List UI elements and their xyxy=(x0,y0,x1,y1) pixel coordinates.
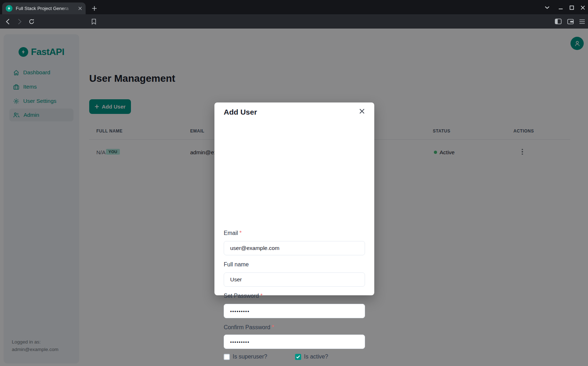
set-password-field[interactable] xyxy=(224,304,365,318)
fullname-field[interactable] xyxy=(224,272,365,287)
is-active-option: Is active? xyxy=(295,354,328,360)
forward-button[interactable] xyxy=(15,17,24,25)
reload-button[interactable] xyxy=(27,17,36,25)
fastapi-favicon-icon xyxy=(6,5,12,12)
tab-close-icon[interactable] xyxy=(78,6,82,10)
close-icon xyxy=(359,109,365,114)
window-maximize-button[interactable] xyxy=(567,4,576,11)
tab-strip: Full Stack Project Genera xyxy=(0,0,588,14)
required-asterisk: * xyxy=(239,230,242,236)
sidebar-toggle-icon[interactable] xyxy=(554,17,562,25)
wallet-icon[interactable] xyxy=(566,17,575,25)
fullname-label: Full name xyxy=(224,261,249,268)
back-button[interactable] xyxy=(3,17,12,25)
email-field[interactable] xyxy=(224,241,365,255)
tab-title: Full Stack Project Genera xyxy=(16,6,72,11)
menu-hamburger-icon[interactable] xyxy=(578,17,586,25)
is-superuser-checkbox[interactable] xyxy=(224,354,230,360)
window-close-button[interactable] xyxy=(578,4,587,11)
email-label: Email* xyxy=(224,230,242,236)
required-asterisk: * xyxy=(260,293,263,299)
is-superuser-option: Is superuser? xyxy=(224,354,267,360)
check-icon xyxy=(296,355,300,359)
new-tab-button[interactable] xyxy=(90,4,98,12)
is-active-checkbox[interactable] xyxy=(295,354,301,360)
set-password-label: Set Password* xyxy=(224,293,263,299)
modal-close-button[interactable] xyxy=(356,106,367,116)
confirm-password-field[interactable] xyxy=(224,335,365,349)
tab-search-chevron-icon[interactable] xyxy=(542,4,552,11)
modal-title: Add User xyxy=(224,108,257,116)
is-superuser-label: Is superuser? xyxy=(233,354,267,360)
window-minimize-button[interactable] xyxy=(556,4,565,11)
confirm-password-label: Confirm Password* xyxy=(224,324,274,331)
browser-tab[interactable]: Full Stack Project Genera xyxy=(2,2,86,14)
required-asterisk: * xyxy=(272,324,274,330)
is-active-label: Is active? xyxy=(304,354,328,360)
add-user-modal: Add User Email* Full name Set Password* … xyxy=(214,102,374,295)
browser-toolbar: i localhost/admin xyxy=(0,14,588,29)
bookmark-icon[interactable] xyxy=(90,17,98,25)
